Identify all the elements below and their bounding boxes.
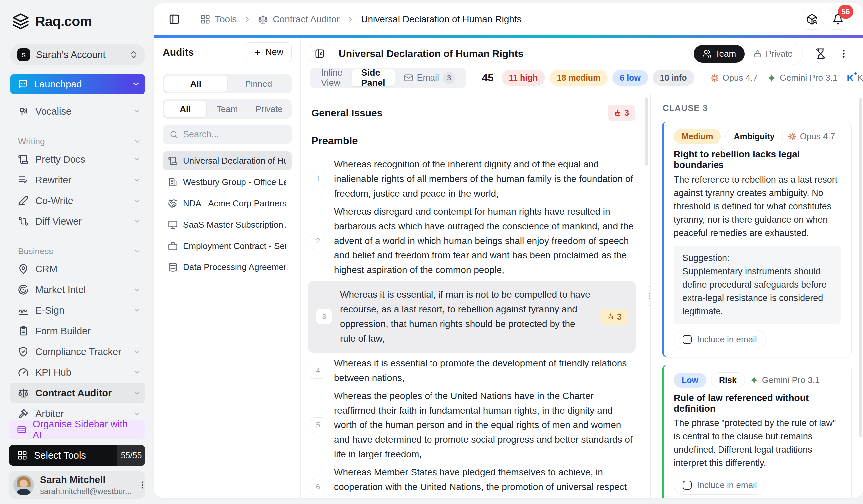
paragraph[interactable]: 6 Whereas Member States have pledged the…: [310, 465, 636, 498]
brand-logo[interactable]: Raq.com: [10, 13, 146, 30]
tab-inline-view[interactable]: Inline View: [312, 69, 352, 87]
grid-icon: [17, 450, 27, 461]
sidebar-item-co-write[interactable]: Co-Write: [10, 190, 146, 211]
include-in-email-checkbox[interactable]: Include in email: [674, 330, 766, 349]
sidebar-item-e-sign[interactable]: E-Sign: [10, 300, 146, 321]
audit-list-item[interactable]: SaaS Master Subscription Agree...: [163, 215, 292, 234]
panel-resize-handle[interactable]: [646, 286, 651, 306]
checkbox-icon[interactable]: [683, 481, 691, 490]
tab-scope-private[interactable]: Private: [248, 101, 290, 117]
info-count-pill[interactable]: 10 info: [653, 69, 694, 86]
sidebar-item-crm[interactable]: CRM: [10, 259, 146, 280]
robot-icon: [614, 109, 622, 117]
sidebar-item-compliance-tracker[interactable]: Compliance Tracker: [10, 341, 146, 362]
checkbox-icon[interactable]: [683, 335, 691, 344]
visibility-team-button[interactable]: Team: [693, 45, 745, 63]
organise-sidebar-ai-button[interactable]: Organise Sidebar with AI: [9, 420, 146, 439]
include-in-email-checkbox[interactable]: Include in email: [674, 476, 766, 495]
tab-email[interactable]: Email 3: [395, 69, 465, 87]
pen-icon: [18, 195, 29, 206]
account-switcher[interactable]: s Sarah's Account: [10, 44, 146, 65]
tab-scope-team[interactable]: Team: [207, 101, 248, 117]
paragraph-number: 1: [310, 171, 326, 187]
monitor-icon: [168, 220, 178, 230]
tools-count-badge: 55/55: [117, 445, 146, 466]
kebab-menu-icon[interactable]: [838, 48, 849, 59]
clause-issues-panel: CLAUSE 3 Medium Ambiguity Opus 4.7: [651, 94, 863, 498]
sidebar-item-form-builder[interactable]: Form Builder: [10, 321, 146, 341]
breadcrumb-tools[interactable]: Tools: [200, 14, 237, 25]
paragraph-highlighted[interactable]: 3 Whereas it is essential, if man is not…: [308, 281, 636, 353]
tab-all[interactable]: All: [164, 76, 227, 92]
tab-pinned[interactable]: Pinned: [227, 76, 290, 92]
sidebar-item-market-intel[interactable]: Market Intel: [10, 280, 146, 300]
notifications-button[interactable]: 56: [828, 9, 848, 30]
chevron-down-icon: [134, 138, 141, 145]
chevron-down-icon: [133, 107, 141, 115]
user-card[interactable]: Sarah Mitchell sarah.mitchell@westbur...: [9, 471, 146, 499]
paragraph-ai-issues-badge[interactable]: 3: [600, 309, 628, 325]
sidebar-section-writing[interactable]: Writing: [10, 134, 146, 149]
user-pin-icon: [18, 264, 29, 274]
chevrons-up-down-icon: [129, 50, 138, 59]
sidebar-nav: Vocalise Writing Pretty Docs Rewriter: [10, 101, 146, 424]
audits-panel-title: Audits: [163, 47, 194, 58]
timer-off-button[interactable]: [815, 48, 826, 59]
medium-count-pill[interactable]: 18 medium: [550, 69, 608, 86]
avatar: [13, 475, 34, 495]
high-count-pill[interactable]: 11 high: [502, 69, 545, 86]
audit-list-item[interactable]: Westbury Group - Office Lease R...: [163, 173, 292, 191]
email-count-badge: 3: [443, 72, 455, 84]
section-label: Writing: [18, 137, 45, 147]
sidebar-item-kpi-hub[interactable]: KPI Hub: [10, 362, 146, 383]
audit-list-item[interactable]: Universal Declaration of Human R...: [163, 151, 292, 170]
breadcrumb-contract-auditor[interactable]: Contract Auditor: [258, 14, 340, 25]
section-heading: General Issues: [311, 107, 382, 119]
paragraph[interactable]: 4 Whereas it is essential to promote the…: [310, 356, 636, 385]
audit-list-item[interactable]: Employment Contract - Senior De...: [163, 236, 292, 255]
select-tools-button[interactable]: Select Tools 55/55: [9, 445, 146, 466]
sidebar-item-pretty-docs[interactable]: Pretty Docs: [10, 149, 146, 170]
chevron-down-icon: [133, 217, 141, 225]
paragraph[interactable]: 2 Whereas disregard and contempt for hum…: [310, 204, 636, 277]
launchpad-dropdown[interactable]: [126, 80, 146, 89]
audit-list-item[interactable]: Data Processing Agreement - GD...: [163, 258, 292, 276]
issue-suggestion: Suggestion: Supplementary instruments sh…: [674, 246, 841, 324]
document-paragraphs: 1 Whereas recognition of the inherent di…: [310, 157, 636, 498]
git-compare-icon: [18, 216, 29, 227]
chat-bubble-icon: [18, 79, 28, 89]
sidebar-item-rewriter[interactable]: Rewriter: [10, 170, 146, 190]
sidebar-item-vocalise[interactable]: Vocalise: [10, 101, 146, 122]
section-ai-issues-badge[interactable]: 3: [608, 105, 635, 121]
paragraph-number: 2: [310, 233, 326, 249]
tab-scope-all[interactable]: All: [164, 101, 207, 117]
organise-ai-label: Organise Sidebar with AI: [33, 419, 138, 441]
launchpad-button[interactable]: Launchpad: [10, 74, 146, 94]
low-count-pill[interactable]: 6 low: [612, 69, 648, 86]
issues-scrollbar[interactable]: [859, 98, 862, 438]
severity-badge: Medium: [674, 129, 721, 144]
chevron-down-icon: [133, 348, 141, 356]
sidebar-item-diff-viewer[interactable]: Diff Viewer: [10, 211, 146, 232]
audits-panel: Audits New All Pinned All Team Private: [154, 38, 301, 498]
sidebar-section-business[interactable]: Business: [10, 244, 146, 259]
search-input[interactable]: [183, 129, 301, 140]
audit-list-item[interactable]: NDA - Acme Corp Partnership: [163, 194, 292, 212]
issue-card: Low Risk Gemini Pro 3.1 Rule of law refe…: [662, 365, 852, 498]
audits-search[interactable]: [163, 125, 292, 144]
package-search-button[interactable]: [802, 9, 822, 30]
tab-side-panel[interactable]: Side Panel: [352, 69, 395, 87]
panel-collapse-button[interactable]: [310, 44, 329, 63]
panel-left-toggle-icon[interactable]: [169, 14, 180, 25]
kimi-k-icon: K: [847, 73, 854, 83]
mail-icon: [404, 73, 413, 82]
paragraph[interactable]: 5 Whereas the peoples of the United Nati…: [310, 389, 636, 462]
document-scrollbar[interactable]: [645, 98, 648, 166]
new-audit-button[interactable]: New: [245, 42, 292, 62]
kebab-menu-icon[interactable]: [138, 480, 147, 490]
paragraph[interactable]: 1 Whereas recognition of the inherent di…: [310, 157, 636, 201]
visibility-toggle: Team Private: [691, 42, 803, 65]
visibility-private-button[interactable]: Private: [746, 45, 801, 63]
sidebar-item-label: Vocalise: [35, 106, 71, 117]
sidebar-item-contract-auditor[interactable]: Contract Auditor: [10, 383, 146, 403]
